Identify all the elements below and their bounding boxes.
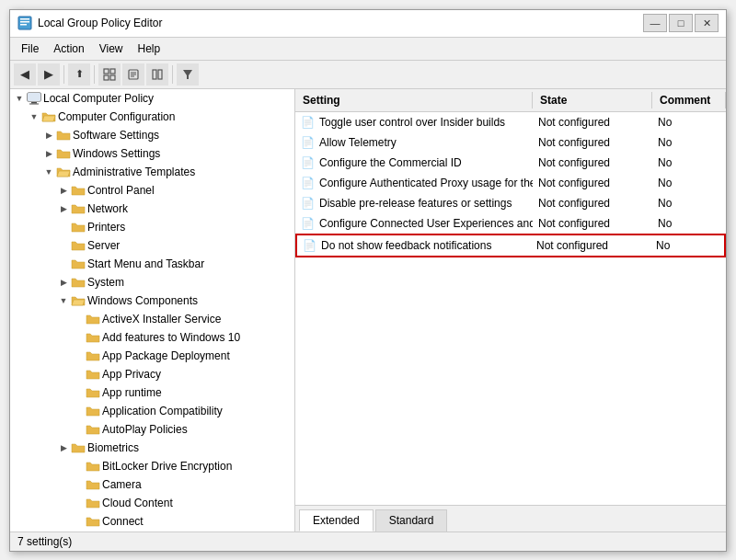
comment-cell: No [652,154,726,171]
sidebar-item-local-computer-policy[interactable]: ▼ Local Computer Policy [10,89,294,108]
sidebar-item-app-runtime[interactable]: App runtime [10,383,294,402]
back-button[interactable]: ◀ [14,63,36,86]
expand-icon-start-menu[interactable] [56,257,71,271]
expand-icon-activex[interactable] [71,312,86,326]
sidebar-item-server[interactable]: Server [10,236,294,255]
sidebar-label-bitlocker: BitLocker Drive Encryption [102,460,232,473]
expand-icon-autoplay[interactable] [71,422,86,437]
svg-rect-12 [153,70,156,79]
expand-icon-windows-settings[interactable]: ▶ [41,146,56,161]
expand-icon-cloud-content[interactable] [71,496,86,510]
expand-icon-bitlocker[interactable] [71,459,86,474]
sidebar-item-app-package[interactable]: App Package Deployment [10,347,294,365]
folder-icon-camera [86,477,100,492]
table-row[interactable]: 📄Configure Connected User Experiences an… [295,213,726,234]
folder-icon-control-panel [71,183,86,198]
policy-icon: 📄 [301,136,316,149]
forward-button[interactable]: ▶ [38,63,60,86]
table-row[interactable]: 📄Toggle user control over Insider builds… [295,112,726,132]
filter-button[interactable] [177,63,199,86]
toolbar: ◀ ▶ ⬆ [10,61,726,89]
expand-icon-app-runtime[interactable] [71,385,86,400]
show-hide-button[interactable] [98,63,121,86]
folder-icon-activex [86,312,100,326]
sidebar-label-administrative-templates: Administrative Templates [73,166,195,178]
sidebar-label-start-menu: Start Menu and Taskbar [87,257,204,270]
sidebar-item-windows-components[interactable]: ▼ Windows Components [10,291,294,310]
expand-icon-software-settings[interactable]: ▶ [41,128,56,143]
properties-button[interactable] [122,63,144,86]
sidebar-label-add-features: Add features to Windows 10 [102,331,240,344]
sidebar-item-connect[interactable]: Connect [10,512,294,531]
expand-icon-local-computer-policy[interactable]: ▼ [12,91,27,106]
state-cell: Not configured [533,175,652,191]
expand-icon-app-privacy[interactable] [71,367,86,382]
minimize-button[interactable]: — [643,14,667,32]
policy-icon: 📄 [301,177,316,189]
expand-icon-connect[interactable] [71,514,86,529]
sidebar-item-bitlocker[interactable]: BitLocker Drive Encryption [10,457,294,475]
sidebar-item-system[interactable]: ▶ System [10,273,294,291]
table-row[interactable]: 📄Disable pre-release features or setting… [295,193,726,213]
folder-icon-start-menu [71,257,86,271]
svg-rect-6 [104,75,109,80]
table-row[interactable]: 📄Configure the Commercial IDNot configur… [295,153,726,173]
sidebar-item-activex[interactable]: ActiveX Installer Service [10,310,294,328]
expand-icon-system[interactable]: ▶ [56,275,71,290]
expand-icon-app-package[interactable] [71,349,86,363]
sidebar-item-start-menu[interactable]: Start Menu and Taskbar [10,255,294,273]
expand-icon-windows-components[interactable]: ▼ [56,293,71,308]
sidebar-item-printers[interactable]: Printers [10,218,294,236]
sidebar-item-control-panel[interactable]: ▶ Control Panel [10,181,294,200]
expand-icon-network[interactable]: ▶ [56,201,71,216]
close-button[interactable]: ✕ [695,14,719,32]
sidebar-item-add-features[interactable]: Add features to Windows 10 [10,328,294,347]
menu-file[interactable]: File [14,40,46,58]
table-row[interactable]: 📄Do not show feedback notificationsNot c… [295,234,726,257]
sidebar-item-cloud-content[interactable]: Cloud Content [10,494,294,512]
expand-icon-camera[interactable] [71,477,86,492]
table-row[interactable]: 📄Allow TelemetryNot configuredNo [295,132,726,153]
state-cell: Not configured [533,154,652,171]
expand-icon-control-panel[interactable]: ▶ [56,183,71,198]
table-row[interactable]: 📄Configure Authenticated Proxy usage for… [295,173,726,193]
folder-icon-app-package [86,349,100,363]
policy-icon: 📄 [301,156,316,169]
setting-cell: 📄Do not show feedback notifications [297,237,531,254]
title-bar: Local Group Policy Editor — □ ✕ [10,10,726,38]
app-icon [17,16,32,30]
comment-cell: No [652,175,726,191]
sidebar: ▼ Local Computer Policy▼ Computer Config… [10,89,295,531]
sidebar-item-network[interactable]: ▶ Network [10,200,294,218]
up-button[interactable]: ⬆ [68,63,90,86]
sidebar-item-app-compat[interactable]: Application Compatibility [10,402,294,420]
svg-rect-5 [110,69,115,74]
expand-icon-biometrics[interactable]: ▶ [56,440,71,455]
sidebar-item-app-privacy[interactable]: App Privacy [10,365,294,383]
svg-rect-7 [110,75,115,80]
tab-extended[interactable]: Extended [299,509,374,531]
expand-icon-app-compat[interactable] [71,404,86,418]
folder-icon-software-settings [56,128,71,143]
sidebar-item-windows-settings[interactable]: ▶ Windows Settings [10,144,294,163]
expand-icon-administrative-templates[interactable]: ▼ [41,165,56,179]
expand-icon-printers[interactable] [56,220,71,234]
sidebar-item-administrative-templates[interactable]: ▼ Administrative Templates [10,163,294,181]
tab-standard[interactable]: Standard [375,509,448,531]
sidebar-item-autoplay[interactable]: AutoPlay Policies [10,420,294,439]
state-cell: Not configured [533,134,652,151]
expand-icon-server[interactable] [56,238,71,253]
menu-action[interactable]: Action [46,40,91,58]
sidebar-item-computer-configuration[interactable]: ▼ Computer Configuration [10,108,294,126]
menu-view[interactable]: View [92,40,131,58]
extend-button[interactable] [146,63,168,86]
sidebar-item-camera[interactable]: Camera [10,475,294,494]
setting-cell: 📄Disable pre-release features or setting… [295,195,533,211]
menu-help[interactable]: Help [131,40,168,58]
folder-icon-local-computer-policy [27,91,41,106]
sidebar-item-biometrics[interactable]: ▶ Biometrics [10,439,294,457]
expand-icon-computer-configuration[interactable]: ▼ [27,109,41,124]
sidebar-item-software-settings[interactable]: ▶ Software Settings [10,126,294,144]
maximize-button[interactable]: □ [669,14,693,32]
expand-icon-add-features[interactable] [71,330,86,345]
